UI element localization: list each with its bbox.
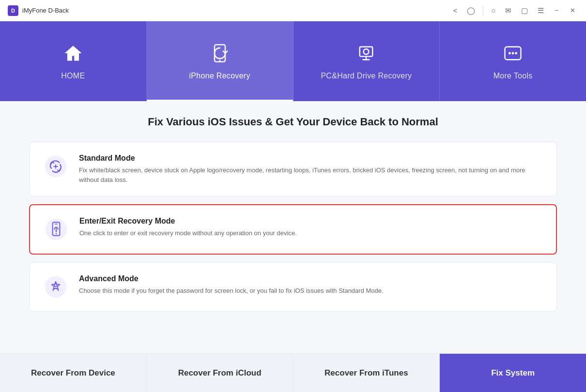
svg-rect-2 (360, 46, 372, 56)
page-title: Fix Various iOS Issues & Get Your Device… (29, 116, 557, 128)
recover-from-icloud-button[interactable]: Recover From iCloud (147, 354, 293, 392)
svg-point-9 (515, 52, 517, 54)
separator (483, 6, 483, 15)
recover-from-itunes-button[interactable]: Recover From iTunes (293, 354, 440, 392)
svg-point-8 (512, 52, 514, 54)
standard-mode-desc: Fix white/black screen, device stuck on … (79, 166, 543, 184)
close-button[interactable]: ✕ (567, 6, 578, 15)
title-bar-controls: < ◯ ○ ✉ ▢ ☰ − ✕ (451, 5, 578, 16)
nav-item-more-tools[interactable]: More Tools (440, 21, 586, 101)
mail-icon[interactable]: ✉ (503, 5, 513, 16)
chat-icon[interactable]: ▢ (519, 5, 530, 16)
nav-label-iphone-recovery: iPhone Recovery (189, 72, 250, 80)
recover-from-device-button[interactable]: Recover From Device (0, 354, 147, 392)
title-bar: D iMyFone D-Back < ◯ ○ ✉ ▢ ☰ − ✕ (0, 0, 586, 21)
enter-exit-mode-content: Enter/Exit Recovery Mode One click to en… (79, 217, 542, 238)
more-tools-icon (502, 43, 524, 67)
advanced-mode-card[interactable]: Advanced Mode Choose this mode if you fo… (29, 262, 557, 312)
standard-mode-content: Standard Mode Fix white/black screen, de… (79, 154, 543, 184)
nav-item-iphone-recovery[interactable]: iPhone Recovery (147, 21, 293, 101)
fix-system-button[interactable]: Fix System (440, 354, 586, 392)
standard-mode-card[interactable]: Standard Mode Fix white/black screen, de… (29, 142, 557, 196)
svg-rect-0 (215, 45, 225, 61)
svg-point-3 (364, 49, 369, 54)
enter-exit-mode-title: Enter/Exit Recovery Mode (79, 217, 542, 226)
svg-point-7 (509, 52, 511, 54)
enter-exit-mode-card[interactable]: Enter/Exit Recovery Mode One click to en… (29, 204, 557, 255)
app-logo: D (8, 5, 18, 16)
svg-point-16 (56, 233, 57, 235)
advanced-mode-desc: Choose this mode if you forget the passw… (79, 286, 543, 296)
svg-point-18 (56, 231, 57, 232)
title-bar-left: D iMyFone D-Back (8, 5, 69, 16)
nav-label-pc-recovery: PC&Hard Drive Recovery (321, 72, 412, 80)
minimize-button[interactable]: − (552, 6, 561, 15)
advanced-mode-title: Advanced Mode (79, 274, 543, 283)
pc-recovery-icon (355, 43, 377, 67)
app-title: iMyFone D-Back (22, 7, 69, 14)
menu-icon[interactable]: ☰ (536, 5, 546, 16)
bottom-bar: Recover From Device Recover From iCloud … (0, 353, 586, 392)
nav-item-pc-recovery[interactable]: PC&Hard Drive Recovery (293, 21, 440, 101)
advanced-mode-content: Advanced Mode Choose this mode if you fo… (79, 274, 543, 296)
nav-bar: HOME iPhone Recovery PC&Hard Drive Recov… (0, 21, 586, 101)
iphone-recovery-icon (209, 43, 231, 67)
standard-mode-title: Standard Mode (79, 154, 543, 163)
enter-exit-mode-icon (44, 217, 69, 242)
share-icon[interactable]: < (451, 5, 460, 15)
nav-label-more-tools: More Tools (493, 72, 533, 80)
advanced-mode-icon (43, 274, 68, 300)
main-content: Fix Various iOS Issues & Get Your Device… (0, 101, 586, 353)
standard-mode-icon (43, 154, 68, 179)
home-icon (62, 43, 84, 67)
enter-exit-mode-desc: One click to enter or exit recovery mode… (79, 228, 542, 238)
nav-item-home[interactable]: HOME (0, 21, 147, 101)
user-icon[interactable]: ◯ (465, 5, 477, 16)
settings-icon[interactable]: ○ (489, 5, 497, 15)
nav-label-home: HOME (61, 72, 85, 80)
